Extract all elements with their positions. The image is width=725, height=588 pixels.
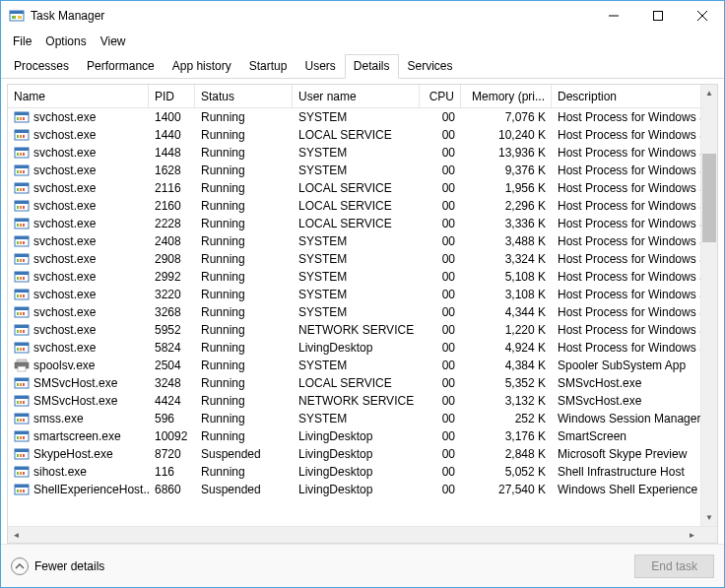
table-row[interactable]: smartscreen.exe10092RunningLivingDesktop… xyxy=(8,427,700,445)
table-row[interactable]: SMSvcHost.exe4424RunningNETWORK SERVICE0… xyxy=(8,392,700,410)
cell-user: LOCAL SERVICE xyxy=(293,197,420,215)
tab-app-history[interactable]: App history xyxy=(164,54,240,79)
table-row[interactable]: svchost.exe2228RunningLOCAL SERVICE003,3… xyxy=(8,215,700,232)
process-icon xyxy=(14,198,30,214)
scroll-down-icon[interactable]: ▼ xyxy=(701,509,717,526)
table-row[interactable]: svchost.exe2160RunningLOCAL SERVICE002,2… xyxy=(8,197,700,215)
col-name[interactable]: Name xyxy=(8,85,149,107)
process-name: svchost.exe xyxy=(33,199,96,213)
cell-name: svchost.exe xyxy=(8,126,149,144)
cell-cpu: 00 xyxy=(420,215,461,232)
cell-status: Running xyxy=(195,463,293,481)
table-row[interactable]: svchost.exe1440RunningLOCAL SERVICE0010,… xyxy=(8,126,700,144)
cell-cpu: 00 xyxy=(420,303,461,321)
svg-rect-20 xyxy=(17,153,19,156)
table-row[interactable]: spoolsv.exe2504RunningSYSTEM004,384 KSpo… xyxy=(8,357,700,374)
cell-name: SkypeHost.exe xyxy=(8,445,149,463)
menu-file[interactable]: File xyxy=(7,33,37,50)
table-row[interactable]: svchost.exe5952RunningNETWORK SERVICE001… xyxy=(8,321,700,339)
cell-pid: 10092 xyxy=(149,427,195,445)
menu-view[interactable]: View xyxy=(95,33,132,50)
col-description[interactable]: Description xyxy=(552,85,717,107)
tab-processes[interactable]: Processes xyxy=(5,54,78,79)
table-row[interactable]: SMSvcHost.exe3248RunningLOCAL SERVICE005… xyxy=(8,374,700,392)
cell-user: SYSTEM xyxy=(293,108,420,126)
svg-rect-21 xyxy=(20,153,22,156)
col-memory[interactable]: Memory (pri... xyxy=(461,85,552,107)
process-name: svchost.exe xyxy=(33,128,96,142)
maximize-button[interactable] xyxy=(635,1,680,31)
cell-cpu: 00 xyxy=(420,162,461,179)
svg-rect-70 xyxy=(17,330,19,333)
col-pid[interactable]: PID xyxy=(149,85,195,107)
svg-rect-92 xyxy=(15,414,29,417)
cell-cpu: 00 xyxy=(420,286,461,303)
table-row[interactable]: smss.exe596RunningSYSTEM00252 KWindows S… xyxy=(8,410,700,427)
svg-rect-113 xyxy=(17,490,19,492)
table-row[interactable]: ShellExperienceHost....6860SuspendedLivi… xyxy=(8,481,700,498)
svg-rect-47 xyxy=(23,241,25,244)
cell-name: svchost.exe xyxy=(8,179,149,197)
table-row[interactable]: svchost.exe2908RunningSYSTEM003,324 KHos… xyxy=(8,250,700,268)
cell-user: SYSTEM xyxy=(293,410,420,427)
process-icon xyxy=(14,251,30,267)
col-status[interactable]: Status xyxy=(195,85,293,107)
col-cpu[interactable]: CPU xyxy=(420,85,461,107)
svg-rect-95 xyxy=(23,419,25,422)
table-row[interactable]: svchost.exe1448RunningSYSTEM0013,936 KHo… xyxy=(8,144,700,162)
svg-rect-76 xyxy=(20,348,22,351)
minimize-button[interactable] xyxy=(591,1,635,31)
table-row[interactable]: svchost.exe5824RunningLivingDesktop004,9… xyxy=(8,339,700,357)
scroll-right-icon[interactable]: ► xyxy=(684,527,700,543)
fewer-details-button[interactable]: Fewer details xyxy=(11,557,104,575)
svg-rect-11 xyxy=(20,117,22,120)
table-row[interactable]: svchost.exe1400RunningSYSTEM007,076 KHos… xyxy=(8,108,700,126)
cell-pid: 2116 xyxy=(149,179,195,197)
cell-memory: 3,336 K xyxy=(461,215,552,232)
cell-user: SYSTEM xyxy=(293,303,420,321)
svg-rect-102 xyxy=(15,449,29,452)
svg-rect-108 xyxy=(17,472,19,475)
menu-options[interactable]: Options xyxy=(39,33,92,50)
table-row[interactable]: svchost.exe1628RunningSYSTEM009,376 KHos… xyxy=(8,162,700,179)
cell-cpu: 00 xyxy=(420,321,461,339)
vertical-scrollbar[interactable]: ▲ ▼ xyxy=(700,85,717,526)
col-user[interactable]: User name xyxy=(293,85,420,107)
tab-users[interactable]: Users xyxy=(296,54,344,79)
scroll-thumb[interactable] xyxy=(702,154,716,242)
svg-rect-62 xyxy=(23,294,25,297)
cell-user: SYSTEM xyxy=(293,144,420,162)
tab-startup[interactable]: Startup xyxy=(240,54,297,79)
svg-rect-5 xyxy=(653,12,662,21)
titlebar[interactable]: Task Manager xyxy=(1,1,724,31)
table-row[interactable]: sihost.exe116RunningLivingDesktop005,052… xyxy=(8,463,700,481)
scroll-up-icon[interactable]: ▲ xyxy=(701,85,717,101)
table-row[interactable]: svchost.exe3220RunningSYSTEM003,108 KHos… xyxy=(8,286,700,303)
svg-rect-30 xyxy=(17,188,19,191)
table-row[interactable]: svchost.exe3268RunningSYSTEM004,344 KHos… xyxy=(8,303,700,321)
cell-user: LivingDesktop xyxy=(293,463,420,481)
cell-description: Host Process for Windows Serv xyxy=(552,286,700,303)
svg-rect-17 xyxy=(23,135,25,138)
tab-details[interactable]: Details xyxy=(345,54,399,79)
cell-name: svchost.exe xyxy=(8,144,149,162)
cell-status: Running xyxy=(195,286,293,303)
table-row[interactable]: svchost.exe2408RunningSYSTEM003,488 KHos… xyxy=(8,232,700,250)
end-task-button[interactable]: End task xyxy=(634,555,714,578)
table-row[interactable]: svchost.exe2116RunningLOCAL SERVICE001,9… xyxy=(8,179,700,197)
close-button[interactable] xyxy=(680,1,724,31)
table-row[interactable]: SkypeHost.exe8720SuspendedLivingDesktop0… xyxy=(8,445,700,463)
cell-user: LivingDesktop xyxy=(293,481,420,498)
table-row[interactable]: svchost.exe2992RunningSYSTEM005,108 KHos… xyxy=(8,268,700,286)
process-name: svchost.exe xyxy=(33,217,96,230)
process-name: svchost.exe xyxy=(33,288,96,301)
svg-rect-57 xyxy=(23,277,25,280)
svg-rect-94 xyxy=(20,419,22,422)
tab-performance[interactable]: Performance xyxy=(78,54,164,79)
process-name: svchost.exe xyxy=(33,146,96,160)
scroll-left-icon[interactable]: ◄ xyxy=(8,527,25,543)
tab-services[interactable]: Services xyxy=(399,54,462,79)
svg-rect-32 xyxy=(23,188,25,191)
process-icon xyxy=(14,482,30,497)
horizontal-scrollbar[interactable]: ◄ ► xyxy=(8,526,717,543)
